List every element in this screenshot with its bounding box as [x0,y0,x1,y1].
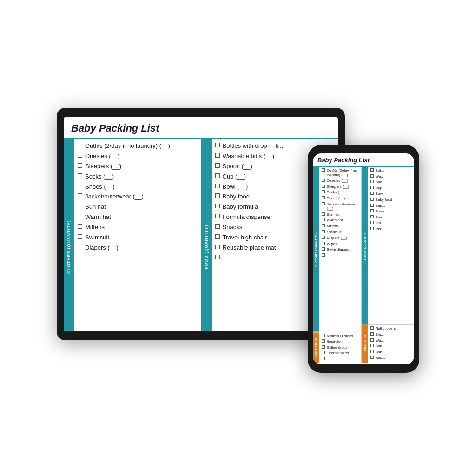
list-item: Spo... [370,180,412,185]
list-item: Jacket/outerwear (__) [78,193,197,201]
scene: Baby Packing List CLOTHES (QUANTITY) Out… [57,71,419,405]
checkbox[interactable] [215,163,220,168]
tablet-packing-list: Baby Packing List CLOTHES (QUANTITY) Out… [64,117,338,331]
list-item: Socks (__) [78,173,197,181]
list-item: Tra... [370,221,412,225]
clothes-label-tablet: CLOTHES (QUANTITY) [64,139,74,331]
toiletries-label-phone: TOILETRIES [362,325,368,363]
list-item: Warm hat [322,218,359,223]
checkbox[interactable] [78,224,82,229]
list-item: Form... [370,209,412,214]
checkbox[interactable] [78,214,82,218]
list-item: Shoes (__) [78,183,197,191]
list-item: Swimsuit [78,234,197,242]
list-item: Mittens [78,224,197,231]
list-item: Sna... [370,215,412,220]
list-item: Wipes [322,242,359,246]
list-item: Warm hat [78,213,197,221]
list-item: Swim diapers [322,247,359,252]
clothes-items-tablet: Outfits (2/day if no laundry) (__) Onesi… [74,139,201,331]
checkbox[interactable] [215,234,220,239]
list-item: Cup [370,186,412,191]
food-label-phone: FOOD (QUANTITY) [362,167,368,324]
list-item: Outfits (2/day if no laundry) (__) [78,142,197,150]
medication-label-phone: MEDICATION [313,332,319,363]
list-item: Bab... [370,204,412,208]
list-item: Reu... [370,227,412,231]
list-item: Vitamin D drops [322,334,359,338]
checkbox[interactable] [215,184,220,188]
list-item: Diapers (__) [78,244,197,252]
checkbox[interactable] [78,153,82,158]
checkbox[interactable] [215,193,220,198]
checkbox[interactable] [78,143,82,147]
list-item: Wa... [370,174,412,179]
list-item: Onesies (__) [78,152,197,160]
list-item [322,253,359,257]
phone-device: Baby Packing List CLOTHES (QUANTITY) Out… [308,145,419,373]
checkbox[interactable] [78,173,82,178]
list-item: Ibuprofen [322,339,359,344]
checkbox[interactable] [215,255,220,259]
tablet-screen: Baby Packing List CLOTHES (QUANTITY) Out… [64,117,338,331]
list-item: Swimsuit [322,230,359,235]
list-item: Sun hat [78,203,197,211]
checkbox[interactable] [215,204,220,208]
phone-screen: Baby Packing List CLOTHES (QUANTITY) Out… [313,153,414,364]
list-item: Sleepers (__) [322,185,359,189]
checkbox[interactable] [215,143,220,147]
list-item: Ras... [370,356,412,360]
list-item: Mittens [322,224,359,229]
clothes-label-phone: CLOTHES (QUANTITY) [313,167,319,332]
list-item: Bowl [370,192,412,196]
food-label-tablet: FOOD (QUANTITY) [201,139,212,331]
list-item: Sun hat [322,212,359,217]
checkbox[interactable] [215,153,220,158]
phone-packing-list: Baby Packing List CLOTHES (QUANTITY) Out… [313,153,414,364]
list-item: Diapers (__) [322,236,359,240]
list-item: Bab... [370,350,412,355]
clothes-items-phone: Outfits (2/day if no laundry) (__) Onesi… [319,167,361,332]
phone-title: Baby Packing List [313,153,414,167]
tablet-device: Baby Packing List CLOTHES (QUANTITY) Out… [57,108,345,340]
food-items-phone: Bot... Wa... Spo... Cup Bowl Baby food B… [368,167,414,324]
checkbox[interactable] [215,173,220,178]
list-item: Bot... [370,168,412,173]
checkbox[interactable] [78,184,82,188]
list-item [322,357,359,360]
tablet-title: Baby Packing List [64,117,338,139]
list-item: Thermometer [322,351,359,356]
toiletries-items-phone: Nail clippers Bla... Wa... Bab... Bab...… [368,325,414,363]
checkbox[interactable] [215,245,220,249]
medication-items-phone: Vitamin D drops Ibuprofen Saline drops T… [319,332,361,363]
checkbox[interactable] [78,163,82,168]
checkbox[interactable] [215,224,220,229]
checkbox[interactable] [215,214,220,218]
checkbox[interactable] [78,245,82,249]
list-item: Nail clippers [370,326,412,331]
list-item: Wa... [370,338,412,343]
list-item: Jacket/outerwear (__) [322,202,359,211]
list-item: Sleepers (__) [78,163,197,171]
list-item: Onesies (__) [322,178,359,183]
list-item: Saline drops [322,345,359,350]
list-item: Bab... [370,344,412,349]
checkbox[interactable] [78,193,82,198]
checkbox[interactable] [78,234,82,239]
list-item: Bla... [370,332,412,337]
checkbox[interactable] [78,204,82,208]
list-item: Socks (__) [322,190,359,195]
list-item: Shoes (__) [322,196,359,201]
list-item: Outfits (2/day if no laundry) (__) [322,168,359,177]
list-item: Baby food [370,198,412,202]
